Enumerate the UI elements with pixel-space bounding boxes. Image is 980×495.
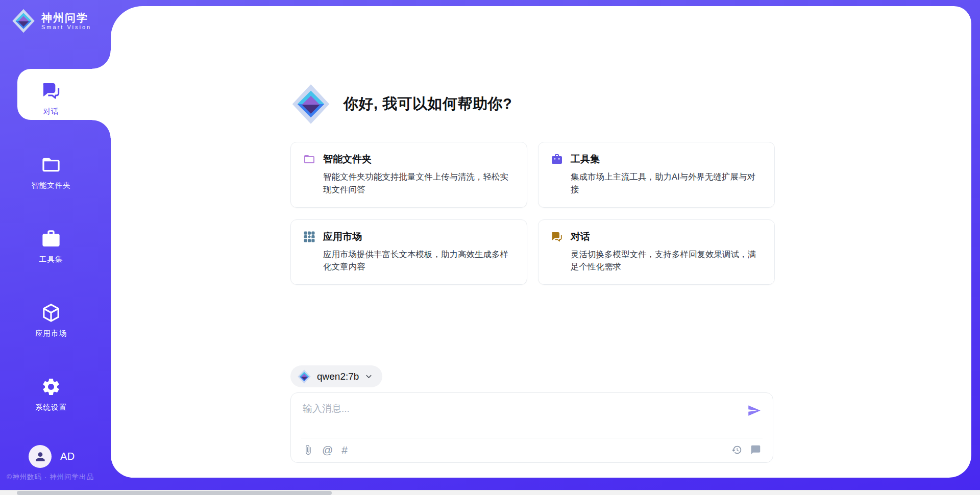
attachment-icon[interactable] — [303, 444, 313, 455]
sidebar: 神州问学 Smart Vision 对话 智能文件夹 工具集 应用市场 系统设置 — [0, 0, 111, 490]
folder-icon — [303, 153, 315, 165]
sidebar-item-settings[interactable]: 系统设置 — [0, 366, 111, 423]
gear-icon — [41, 377, 61, 397]
sidebar-item-label: 智能文件夹 — [31, 181, 71, 190]
folder-icon — [41, 155, 61, 175]
toolbox-icon — [551, 153, 563, 165]
cube-icon — [41, 303, 61, 323]
app-logo: 神州问学 Smart Vision — [0, 0, 111, 33]
card-smart-folder[interactable]: 智能文件夹 智能文件夹功能支持批量文件上传与清洗，轻松实现文件问答 — [290, 142, 527, 208]
card-title: 对话 — [571, 230, 590, 243]
card-description: 灵活切换多模型文件，支持多样回复效果调试，满足个性化需求 — [571, 248, 762, 274]
sidebar-item-label: 工具集 — [39, 255, 63, 264]
sidebar-item-chat[interactable]: 对话 — [0, 70, 111, 127]
chat-icon — [551, 231, 563, 243]
active-item-background — [17, 69, 111, 120]
composer: qwen2:7b 输入消息... @ # — [290, 365, 773, 463]
input-placeholder: 输入消息... — [303, 402, 350, 415]
card-title: 智能文件夹 — [323, 153, 372, 166]
main-content: 你好, 我可以如何帮助你? 智能文件夹 智能文件夹功能支持批量文件上传与清洗，轻… — [290, 6, 773, 463]
copyright-footer: ©神州数码 · 神州问学出品 — [7, 473, 94, 482]
app-name: 神州问学 — [41, 12, 91, 24]
apps-grid-icon — [303, 231, 315, 243]
card-title: 应用市场 — [323, 230, 362, 243]
sidebar-item-label: 对话 — [43, 107, 59, 116]
send-icon[interactable] — [747, 404, 761, 417]
user-initials: AD — [60, 451, 75, 462]
sidebar-item-toolset[interactable]: 工具集 — [0, 218, 111, 275]
person-icon — [34, 450, 47, 463]
user-account[interactable]: AD — [29, 445, 75, 468]
greeting-title: 你好, 我可以如何帮助你? — [344, 94, 512, 114]
mention-icon[interactable]: @ — [322, 444, 333, 455]
app-logo-icon — [290, 84, 331, 125]
chat-icon — [41, 81, 61, 101]
message-input[interactable]: 输入消息... @ # — [290, 392, 773, 463]
chevron-down-icon — [364, 372, 373, 381]
card-description: 集成市场上主流工具，助力AI与外界无缝扩展与对接 — [571, 170, 762, 196]
history-icon[interactable] — [731, 444, 742, 455]
greeting: 你好, 我可以如何帮助你? — [290, 84, 773, 125]
toolbox-icon — [41, 229, 61, 249]
main-panel: 你好, 我可以如何帮助你? 智能文件夹 智能文件夹功能支持批量文件上传与清洗，轻… — [111, 6, 971, 478]
scrollbar-thumb[interactable] — [17, 491, 332, 495]
hashtag-icon[interactable]: # — [341, 444, 348, 455]
sidebar-nav: 对话 智能文件夹 工具集 应用市场 系统设置 — [0, 70, 111, 440]
card-description: 应用市场提供丰富长文本模板，助力高效生成多样化文章内容 — [323, 248, 514, 274]
card-chat[interactable]: 对话 灵活切换多模型文件，支持多样回复效果调试，满足个性化需求 — [538, 219, 775, 285]
avatar — [29, 445, 52, 468]
sidebar-item-app-market[interactable]: 应用市场 — [0, 292, 111, 349]
model-selector[interactable]: qwen2:7b — [290, 365, 382, 387]
app-logo-icon — [11, 9, 36, 33]
model-label: qwen2:7b — [317, 371, 359, 382]
sidebar-item-label: 应用市场 — [35, 329, 67, 338]
input-divider — [301, 438, 763, 438]
feature-cards: 智能文件夹 智能文件夹功能支持批量文件上传与清洗，轻松实现文件问答 工具集 集成… — [290, 142, 773, 285]
chat-bubble-icon[interactable] — [750, 444, 761, 455]
sidebar-item-smart-folder[interactable]: 智能文件夹 — [0, 144, 111, 201]
card-title: 工具集 — [571, 153, 600, 166]
model-logo-icon — [297, 369, 311, 384]
sidebar-item-label: 系统设置 — [35, 403, 67, 412]
card-app-market[interactable]: 应用市场 应用市场提供丰富长文本模板，助力高效生成多样化文章内容 — [290, 219, 527, 285]
card-toolset[interactable]: 工具集 集成市场上主流工具，助力AI与外界无缝扩展与对接 — [538, 142, 775, 208]
card-description: 智能文件夹功能支持批量文件上传与清洗，轻松实现文件问答 — [323, 170, 514, 196]
app-subtitle: Smart Vision — [41, 24, 91, 30]
horizontal-scrollbar[interactable] — [0, 490, 980, 495]
